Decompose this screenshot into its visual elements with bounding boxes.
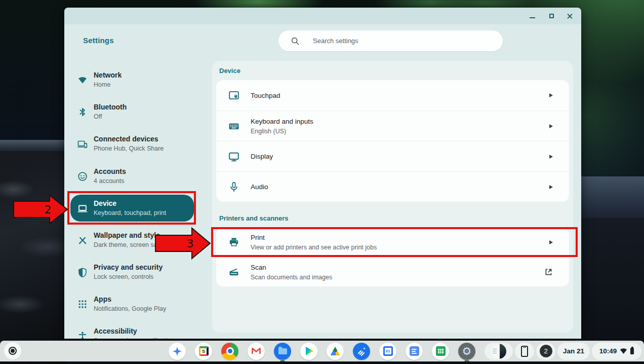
search-placeholder: Search settings [313,37,358,45]
notification-counter[interactable]: 2 [536,343,555,360]
wallpaper-icon [77,235,88,245]
sidebar-item-label: Apps [94,295,111,303]
shelf-app-gemini-sparkle-icon[interactable] [169,343,186,360]
row-label: Scan [251,264,266,271]
row-display[interactable]: Display [216,141,569,171]
shelf-apps: S 31 ⚙ [169,341,475,361]
sidebar-item-label: Wallpaper and style [94,231,160,239]
shelf-app-files-icon[interactable] [274,343,291,360]
sidebar-item-label: Connected devices [94,135,158,143]
time-label: 10:49 [599,347,617,355]
row-label: Touchpad [251,92,280,99]
printer-icon [228,237,239,248]
maximize-icon [549,14,554,18]
touchpad-icon [228,90,239,101]
sidebar-item-device[interactable]: Device Keyboard, touchpad, print [70,195,194,222]
date-button[interactable]: Jan 21 [557,343,590,360]
shelf-app-sheets-icon[interactable] [432,343,449,360]
row-sublabel: English (US) [251,128,286,135]
row-label: Audio [251,183,268,191]
sidebar-item-label: Bluetooth [94,103,127,111]
microphone-icon [228,181,239,193]
display-icon [228,151,239,162]
printers-card: Print View or add printers and see activ… [216,228,569,286]
devices-icon [77,139,88,149]
sidebar-item-apps[interactable]: Apps Notifications, Google Play [70,290,194,317]
device-card: Touchpad Keyboard [216,80,569,202]
sidebar-item-sublabel: Keyboard, touchpad, print [94,209,166,216]
status-tray: 2 Jan 21 10:49 [485,341,641,361]
settings-window: Settings Search settings Network Home Bl… [64,8,581,339]
row-label: Display [251,153,273,160]
phone-icon [521,346,528,357]
sidebar-item-sublabel: Lock screen, controls [94,273,153,280]
sidebar-item-bluetooth[interactable]: Bluetooth Off [70,98,194,125]
shelf-app-play-store-icon[interactable] [300,343,317,360]
sidebar-item-sublabel: 4 accounts [94,177,124,185]
shelf-app-notes-icon[interactable] [406,343,423,360]
wallpaper-horizon [0,140,66,152]
chevron-right-icon [549,124,553,128]
sidebar-item-label: Device [94,199,116,207]
sidebar-item-connected-devices[interactable]: Connected devices Phone Hub, Quick Share [70,130,194,157]
shelf-app-drive-icon[interactable] [327,343,344,360]
bluetooth-icon [77,107,88,117]
sidebar-item-label: Accessibility [94,327,137,335]
scanner-icon [228,267,239,278]
search-input[interactable]: Search settings [278,30,503,51]
sidebar-item-label: Privacy and security [94,263,163,271]
maximize-button[interactable] [548,13,555,20]
sidebar-item-accounts[interactable]: Accounts 4 accounts [70,163,194,190]
shelf-app-settings-gear-icon[interactable]: ⚙ [458,343,475,360]
sidebar-item-label: Accounts [94,167,126,175]
step-arrow-2: 2 [13,194,69,225]
shield-icon [77,267,88,277]
launcher-button[interactable] [4,342,21,359]
status-area-button[interactable]: 10:49 [592,343,641,360]
shelf-app-s-icon[interactable]: S [195,343,212,360]
minimize-icon [530,17,535,18]
chevron-right-icon [549,240,553,244]
shelf-app-calendar-icon[interactable]: 31 [379,343,396,360]
keyboard-icon [228,121,239,132]
minimize-button[interactable] [529,13,536,20]
sidebar-item-sublabel: Screen reader, magnification [94,337,174,339]
row-sublabel: View or add printers and see active prin… [251,244,377,251]
apps-grid-icon [77,299,88,309]
row-keyboard[interactable]: Keyboard and inputs English (US) [216,111,569,141]
battery-icon [630,348,634,354]
row-scan[interactable]: Scan Scan documents and images [216,257,569,286]
shelf-app-screencast-icon[interactable] [353,343,370,360]
account-face-icon [77,171,88,181]
chevron-right-icon [549,185,553,189]
sidebar-item-network[interactable]: Network Home [70,66,194,93]
sidebar-item-sublabel: Phone Hub, Quick Share [94,145,164,152]
sidebar-item-sublabel: Off [94,113,102,120]
window-titlebar [64,8,581,24]
phone-hub-button[interactable] [515,343,534,360]
shelf-app-chrome-icon[interactable] [221,343,238,360]
sidebar-item-sublabel: Home [94,81,110,88]
settings-main-panel: Device Touchpad [212,61,573,333]
wifi-icon [77,75,88,85]
wallpaper-water [580,176,644,220]
external-link-icon [544,268,553,276]
row-sublabel: Scan documents and images [251,274,332,281]
date-label: Jan 21 [563,347,584,355]
laptop-icon [77,203,88,213]
sidebar-item-label: Network [94,71,122,79]
chevron-right-icon [549,93,553,97]
step-number: 3 [187,238,193,250]
row-print[interactable]: Print View or add printers and see activ… [216,228,569,257]
sidebar-item-sublabel: Notifications, Google Play [94,305,166,312]
wallpaper-rocks [0,151,66,364]
desk-preview-button[interactable] [485,343,513,360]
row-audio[interactable]: Audio [216,171,569,202]
section-header-printers: Printers and scanners [219,214,289,222]
shelf-app-gmail-icon[interactable] [248,343,265,360]
row-touchpad[interactable]: Touchpad [216,80,569,111]
sidebar-item-privacy[interactable]: Privacy and security Lock screen, contro… [70,259,194,285]
sidebar-item-accessibility[interactable]: Accessibility Screen reader, magnificati… [70,322,194,339]
close-button[interactable] [567,13,573,19]
accessibility-icon [77,331,88,339]
